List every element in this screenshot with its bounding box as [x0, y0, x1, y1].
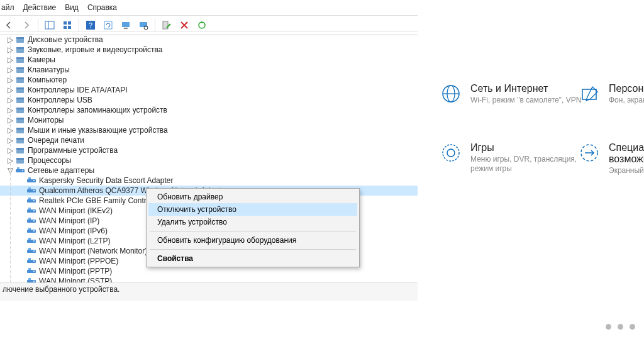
svg-rect-32 — [16, 118, 24, 120]
expander-icon[interactable]: ▷ — [6, 36, 14, 43]
expander-icon[interactable]: ▷ — [6, 126, 14, 134]
device-label: Realtek PCIe GBE Family Controller — [39, 196, 160, 205]
toolbar-enable-button[interactable] — [159, 18, 174, 33]
category-label: Сетевые адаптеры — [28, 166, 94, 175]
svg-rect-40 — [16, 158, 24, 160]
expander-icon[interactable]: ▷ — [6, 157, 14, 164]
tree-category[interactable]: ▷Клавиатуры — [0, 65, 418, 75]
context-menu-item[interactable]: Удалить устройство — [148, 216, 357, 228]
svg-rect-63 — [28, 238, 31, 240]
carousel-dots — [606, 324, 635, 330]
svg-rect-45 — [28, 177, 31, 179]
category-icon — [15, 55, 25, 65]
menu-help[interactable]: Справка — [87, 3, 117, 12]
expander-icon[interactable]: ▷ — [6, 56, 14, 64]
toolbar-scan-button[interactable] — [136, 18, 151, 33]
expander-icon[interactable]: ▷ — [6, 66, 14, 74]
tile-subtitle: Wi-Fi, режим "в самолете", VPN — [470, 96, 581, 105]
tree-category[interactable]: ▷Контроллеры IDE ATA/ATAPI — [0, 85, 418, 95]
svg-rect-82 — [582, 89, 596, 99]
network-adapter-icon — [26, 196, 36, 206]
device-label: WAN Miniport (PPTP) — [39, 267, 112, 276]
tree-category[interactable]: ▷Звуковые, игровые и видеоустройства — [0, 45, 418, 55]
network-adapter-icon — [26, 236, 36, 246]
expander-icon[interactable]: ▷ — [6, 76, 14, 84]
tree-category[interactable]: ▷Камеры — [0, 55, 418, 65]
svg-rect-71 — [27, 270, 36, 273]
device-label: WAN Miniport (L2TP) — [39, 237, 111, 245]
tree-category[interactable]: ▷Контроллеры USB — [0, 95, 418, 105]
network-adapter-icon — [26, 266, 36, 276]
category-label: Дисковые устройства — [28, 35, 103, 44]
tree-category[interactable]: ▷Дисковые устройства — [0, 35, 418, 45]
category-icon — [15, 115, 25, 125]
context-menu-item[interactable]: Обновить драйвер — [148, 191, 357, 203]
expander-icon[interactable]: ▷ — [6, 136, 14, 144]
svg-rect-11 — [140, 22, 147, 27]
tree-category[interactable]: ▷Компьютер — [0, 75, 418, 85]
svg-rect-62 — [27, 240, 36, 243]
settings-tile-personalization[interactable]: Персонализация Фон, экран блокир — [579, 83, 644, 105]
dot — [606, 324, 611, 330]
menu-action[interactable]: Действие — [23, 3, 56, 12]
tile-title: Игры — [470, 142, 584, 153]
expander-icon[interactable]: ▽ — [6, 167, 14, 174]
category-label: Процессоры — [28, 156, 72, 165]
toolbar-forward-button[interactable] — [19, 18, 34, 33]
context-menu-item[interactable]: Обновить конфигурацию оборудования — [148, 234, 357, 247]
category-label: Звуковые, игровые и видеоустройства — [28, 45, 162, 54]
expander-icon[interactable]: ▷ — [6, 86, 14, 94]
expander-icon[interactable]: ▷ — [6, 106, 14, 114]
panes-icon — [45, 20, 55, 30]
context-menu-item[interactable]: Свойства — [148, 252, 357, 265]
update-icon — [197, 20, 207, 30]
tree-device[interactable]: Kaspersky Security Data Escort Adapter — [0, 176, 418, 186]
expander-icon[interactable]: ▷ — [6, 116, 14, 124]
device-label: Kaspersky Security Data Escort Adapter — [39, 176, 173, 185]
toolbar-help-button[interactable]: ? — [83, 18, 98, 33]
settings-tile-accessibility[interactable]: Специальные возможности Экранный диктор, — [579, 142, 644, 176]
category-icon — [15, 45, 25, 55]
expander-icon[interactable]: ▷ — [6, 147, 14, 154]
toolbar-refresh-button[interactable] — [101, 18, 116, 33]
category-icon — [15, 135, 25, 145]
tree-category-network[interactable]: ▽Сетевые адаптеры — [0, 165, 418, 176]
menu-view[interactable]: Вид — [65, 3, 79, 12]
svg-rect-66 — [28, 248, 31, 250]
tree-category[interactable]: ▷Контроллеры запоминающих устройств — [0, 105, 418, 115]
tree-category[interactable]: ▷Мониторы — [0, 115, 418, 125]
dot — [618, 324, 623, 330]
gaming-icon — [440, 142, 462, 164]
expander-icon[interactable]: ▷ — [6, 46, 14, 53]
tree-category[interactable]: ▷Программные устройства — [0, 145, 418, 155]
menu-file[interactable]: айл — [1, 3, 14, 12]
network-adapter-icon — [26, 186, 36, 196]
toolbar-panes-button[interactable] — [42, 18, 57, 33]
tile-title: Сеть и Интернет — [470, 83, 581, 94]
tree-category[interactable]: ▷Очереди печати — [0, 135, 418, 145]
svg-rect-50 — [27, 199, 36, 203]
svg-rect-41 — [16, 169, 25, 172]
svg-rect-20 — [16, 57, 24, 59]
svg-rect-0 — [45, 21, 54, 29]
toolbar-disable-button[interactable] — [177, 18, 192, 33]
network-adapter-icon — [26, 246, 36, 256]
context-menu-item[interactable]: Отключить устройство — [148, 203, 357, 216]
toolbar-update-button[interactable] — [194, 18, 209, 33]
svg-rect-36 — [16, 138, 24, 140]
tile-subtitle: Экранный диктор, — [609, 166, 644, 176]
toolbar-back-button[interactable] — [1, 18, 16, 33]
tree-category[interactable]: ▷Мыши и иные указывающие устройства — [0, 125, 418, 135]
settings-tile-network[interactable]: Сеть и Интернет Wi-Fi, режим "в самолете… — [440, 83, 581, 105]
svg-point-84 — [447, 149, 455, 157]
settings-tile-gaming[interactable]: Игры Меню игры, DVR, трансляция, режим и… — [440, 142, 584, 174]
expander-icon[interactable]: ▷ — [6, 96, 14, 104]
svg-rect-42 — [17, 167, 19, 169]
tree-category[interactable]: ▷Процессоры — [0, 155, 418, 165]
category-icon — [15, 125, 25, 135]
arrow-left-icon — [4, 20, 14, 30]
svg-point-55 — [33, 210, 35, 211]
toolbar-icons-button[interactable] — [60, 18, 75, 33]
toolbar-computer-button[interactable] — [118, 18, 133, 33]
tree-device[interactable]: WAN Miniport (PPTP) — [0, 266, 418, 276]
